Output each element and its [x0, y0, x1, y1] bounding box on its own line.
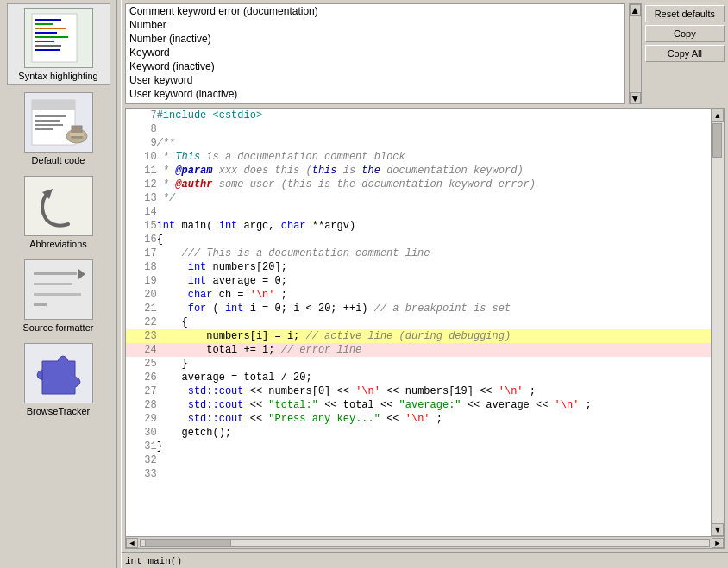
- list-item-3[interactable]: Keyword: [126, 46, 624, 59]
- code-vscrollbar[interactable]: ▲ ▼: [711, 109, 724, 536]
- line-number: 18: [126, 260, 157, 274]
- table-row: 29 std::cout << "Press any key..." << '\…: [126, 412, 711, 426]
- svg-rect-19: [70, 133, 84, 136]
- scroll-down-btn[interactable]: ▼: [630, 92, 641, 103]
- source-formatter-icon: [24, 259, 93, 320]
- code-span: <<: [250, 413, 269, 425]
- main-content: Comment keyword error (documentation) Nu…: [122, 0, 728, 568]
- reset-defaults-button[interactable]: Reset defaults: [645, 5, 725, 22]
- code-span: int: [225, 303, 244, 315]
- code-span: '\n': [355, 385, 380, 397]
- status-text: int main(): [125, 556, 182, 566]
- table-row: 32: [126, 453, 711, 467]
- sidebar-item-label-abbreviations: Abbreviations: [29, 239, 87, 249]
- line-number: 21: [126, 302, 157, 315]
- table-row: 19 int average = 0;: [126, 274, 711, 288]
- hscroll-left[interactable]: ◄: [126, 538, 138, 548]
- sidebar-item-default-code[interactable]: Default code: [7, 89, 110, 169]
- table-row: 27 std::cout << numbers[0] << '\n' << nu…: [126, 384, 711, 398]
- sidebar-item-label-syntax: Syntax highlighting: [18, 71, 97, 81]
- code-content: average = total / 20;: [157, 371, 711, 384]
- browse-tracker-icon: [24, 343, 93, 403]
- code-span: [157, 413, 182, 425]
- sidebar-item-browse-tracker[interactable]: BrowseTracker: [7, 340, 110, 420]
- line-number: 16: [126, 233, 157, 247]
- keyword-list[interactable]: Comment keyword error (documentation) Nu…: [125, 3, 625, 104]
- svg-rect-7: [35, 41, 54, 42]
- code-span: << average <<: [468, 399, 555, 411]
- table-row: 33: [126, 467, 711, 481]
- code-span: * @authr some user (this is the document…: [157, 178, 536, 190]
- code-content: for ( int i = 0; i < 20; ++i) // a break…: [157, 302, 711, 315]
- code-content: }: [157, 357, 711, 371]
- code-content: /**: [157, 136, 711, 150]
- code-span: << numbers[19] <<: [386, 385, 499, 397]
- vscroll-down[interactable]: ▼: [712, 523, 724, 536]
- code-span: std::cout: [188, 413, 244, 425]
- code-table: 7 #include <cstdio> 8 9: [126, 109, 711, 481]
- table-row: 20 char ch = '\n' ;: [126, 288, 711, 302]
- svg-rect-9: [35, 49, 60, 51]
- code-span: <<: [386, 413, 405, 425]
- table-row: 25 }: [126, 357, 711, 371]
- scroll-up-btn[interactable]: ▲: [630, 4, 641, 16]
- code-span: /**: [157, 137, 176, 149]
- copy-button[interactable]: Copy: [645, 25, 725, 42]
- code-content: numbers[i] = i; // active line (during d…: [157, 329, 711, 343]
- line-number: 9: [126, 136, 157, 150]
- list-item-2[interactable]: Number (inactive): [126, 32, 624, 46]
- hscroll-thumb: [145, 540, 231, 546]
- code-span: ;: [436, 413, 442, 425]
- list-item-4[interactable]: Keyword (inactive): [126, 59, 624, 73]
- sidebar-item-label-browse-tracker: BrowseTracker: [27, 406, 91, 416]
- copy-all-button[interactable]: Copy All: [645, 45, 725, 62]
- code-span: [157, 261, 182, 273]
- code-span: * This is a documentation comment block: [157, 151, 405, 163]
- line-number: 33: [126, 467, 157, 481]
- code-scroll-area[interactable]: 7 #include <cstdio> 8 9: [126, 109, 711, 536]
- line-number: 31: [126, 440, 157, 453]
- list-item-5[interactable]: User keyword: [126, 73, 624, 87]
- code-span: average = 0;: [213, 275, 287, 287]
- svg-rect-16: [35, 128, 53, 130]
- code-content: char ch = '\n' ;: [157, 288, 711, 302]
- hscroll-right[interactable]: ►: [712, 538, 724, 548]
- svg-rect-22: [25, 260, 92, 319]
- sidebar-item-syntax[interactable]: Syntax highlighting: [7, 3, 110, 85]
- code-span: "average:": [399, 399, 461, 411]
- line-number: 28: [126, 398, 157, 412]
- list-item-6[interactable]: User keyword (inactive): [126, 87, 624, 101]
- svg-rect-3: [35, 23, 53, 25]
- line-number: 30: [126, 426, 157, 440]
- vscroll-up[interactable]: ▲: [712, 109, 724, 122]
- line-number: 7: [126, 109, 157, 122]
- code-span: total += i;: [157, 344, 281, 356]
- line-number: 17: [126, 247, 157, 260]
- action-buttons: Reset defaults Copy Copy All: [645, 3, 725, 104]
- code-hscrollbar[interactable]: ◄ ►: [126, 536, 724, 548]
- code-span: std::cout: [188, 385, 244, 397]
- line-number: 23: [126, 329, 157, 343]
- list-item-7[interactable]: Global classes and typedefs: [126, 101, 624, 104]
- code-span: int: [188, 261, 207, 273]
- syntax-icon: [24, 8, 93, 68]
- list-item-1[interactable]: Number: [126, 18, 624, 32]
- sidebar-item-label-formatter: Source formatter: [23, 322, 94, 333]
- list-item-0[interactable]: Comment keyword error (documentation): [126, 4, 624, 18]
- code-span: [157, 303, 182, 315]
- code-content: {: [157, 233, 711, 247]
- code-span: '\n': [555, 399, 580, 411]
- line-number: 24: [126, 343, 157, 357]
- code-span: // error line: [281, 344, 362, 356]
- sidebar-item-abbreviations[interactable]: Abbreviations: [7, 172, 110, 253]
- table-row: 12 * @authr some user (this is the docum…: [126, 178, 711, 191]
- code-span: /// This is a documentation comment line: [157, 247, 430, 259]
- list-scrollbar[interactable]: ▲ ▼: [629, 3, 642, 104]
- table-row: 7 #include <cstdio>: [126, 109, 711, 122]
- code-span: // active line (during debugging): [306, 330, 511, 342]
- svg-rect-2: [35, 19, 61, 21]
- code-span: << total <<: [324, 399, 399, 411]
- sidebar-item-source-formatter[interactable]: Source formatter: [7, 256, 110, 336]
- line-number: 19: [126, 274, 157, 288]
- sidebar-item-label-default: Default code: [32, 155, 85, 165]
